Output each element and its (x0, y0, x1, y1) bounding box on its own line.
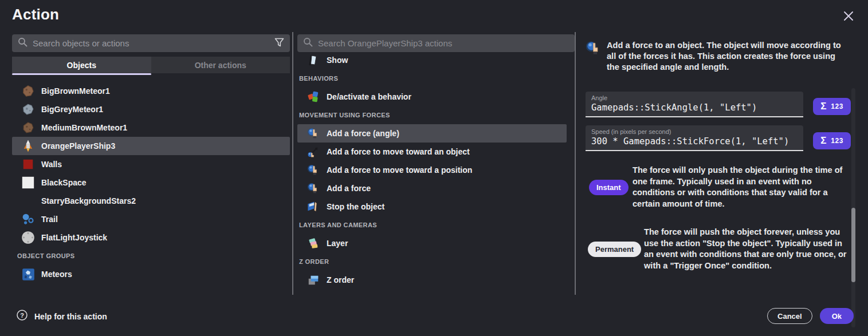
object-label: FlatLightJoystick (41, 233, 107, 242)
sigma-icon: Σ (820, 101, 826, 112)
filter-icon[interactable] (274, 38, 284, 49)
section-header: Z ORDER (297, 252, 575, 271)
action-description-block: Add a force to an object. The object wil… (586, 40, 850, 73)
add-force-icon (586, 40, 602, 56)
action-label: Add a force to move toward a position (327, 165, 472, 175)
list-item[interactable]: Walls (12, 155, 290, 173)
action-label: Add a force (angle) (327, 129, 399, 138)
object-label: BigBrownMeteor1 (41, 86, 110, 96)
ok-button[interactable]: Ok (820, 308, 854, 324)
angle-expression-button[interactable]: Σ 123 (813, 98, 851, 115)
action-item[interactable]: Layer (297, 234, 567, 252)
z-order-icon (307, 273, 320, 287)
objects-list: BigBrownMeteor1 BigGreyMeteor1 MediumBro… (12, 82, 290, 283)
panel-divider-left (292, 32, 293, 295)
action-item[interactable]: Z order (297, 271, 567, 289)
angle-field-value[interactable]: Gamepads::StickAngle(1, "Left") (591, 102, 798, 113)
page-title: Action (12, 6, 59, 23)
red-square-icon (21, 157, 35, 171)
object-label: Trail (41, 215, 58, 224)
search-icon (303, 37, 313, 49)
actions-panel: Show BEHAVIORS De/activate a behavior MO… (297, 34, 575, 289)
tab-other-actions[interactable]: Other actions (151, 57, 290, 73)
list-item-selected[interactable]: OrangePlayerShip3 (12, 137, 290, 155)
meteor-brown-icon (21, 84, 35, 98)
action-label: Layer (327, 239, 348, 248)
numbers-icon: 123 (831, 137, 843, 145)
action-item-selected[interactable]: Add a force (angle) (297, 124, 567, 143)
object-label: StarryBackgroundStars2 (41, 196, 136, 205)
numbers-icon: 123 (831, 102, 843, 110)
action-label: De/activate a behavior (327, 92, 411, 101)
rocket-icon (21, 139, 35, 153)
list-item-group[interactable]: Meteors (12, 265, 290, 283)
joystick-icon (21, 231, 35, 244)
svg-text:?: ? (20, 312, 24, 319)
list-item[interactable]: BlackSpace (12, 173, 290, 192)
objects-tabs: Objects Other actions (12, 57, 290, 73)
action-label: Add a force to move toward an object (327, 147, 470, 156)
action-item[interactable]: Stop the object (297, 197, 567, 216)
list-item[interactable]: BigBrownMeteor1 (12, 82, 290, 100)
action-label: Show (327, 56, 348, 65)
meteor-grey-icon (21, 102, 35, 116)
action-item[interactable]: Show (297, 51, 567, 69)
object-label: BigGreyMeteor1 (41, 105, 103, 114)
list-item[interactable]: Trail (12, 210, 290, 228)
list-item[interactable]: MediumBrownMeteor1 (12, 118, 290, 137)
actions-search-input[interactable] (318, 38, 569, 48)
section-header: BEHAVIORS (297, 69, 575, 88)
action-item[interactable]: Add a force to move toward an object (297, 143, 567, 161)
help-link[interactable]: ? Help for this action (17, 310, 107, 323)
list-item[interactable]: FlatLightJoystick (12, 228, 290, 247)
section-header: LAYERS AND CAMERAS (297, 216, 575, 234)
object-label: Walls (41, 160, 62, 169)
objects-search-input[interactable] (33, 38, 269, 48)
add-force-icon (307, 181, 320, 195)
action-label: Stop the object (327, 202, 384, 211)
object-label: BlackSpace (41, 178, 87, 187)
speed-field-value[interactable]: 300 * Gamepads::StickForce(1, "Left") (591, 136, 798, 147)
objects-panel: Objects Other actions BigBrownMeteor1 Bi… (12, 34, 290, 283)
objects-search-bar[interactable] (12, 34, 290, 52)
instant-badge: Instant (589, 180, 629, 195)
search-icon (18, 37, 28, 49)
permanent-badge: Permanent (588, 242, 641, 257)
action-label: Z order (327, 275, 354, 284)
speed-expression-button[interactable]: Σ 123 (813, 132, 851, 149)
layers-icon (307, 236, 320, 250)
add-force-icon (307, 163, 320, 177)
action-label: Add a force (327, 184, 371, 193)
help-label: Help for this action (34, 312, 107, 321)
action-item[interactable]: Add a force (297, 179, 567, 197)
white-square-icon (21, 176, 35, 189)
help-icon: ? (17, 310, 28, 323)
speed-field-label: Speed (in pixels per second) (591, 128, 798, 135)
object-label: Meteors (41, 270, 72, 279)
angle-field-label: Angle (591, 94, 798, 101)
action-item[interactable]: Add a force to move toward a position (297, 161, 567, 179)
instant-mode-row: Instant The force will only push the obj… (586, 165, 851, 209)
action-description: Add a force to an object. The object wil… (607, 40, 850, 73)
permanent-mode-row: Permanent The force will push the object… (586, 227, 851, 271)
list-item[interactable]: BigGreyMeteor1 (12, 100, 290, 118)
dark-sprite-icon (21, 194, 35, 208)
cancel-button[interactable]: Cancel (767, 308, 812, 324)
actions-search-bar[interactable] (297, 34, 575, 52)
section-header: MOVEMENT USING FORCES (297, 106, 575, 124)
behavior-icon (307, 90, 320, 104)
angle-field[interactable]: Angle Gamepads::StickAngle(1, "Left") (586, 92, 803, 117)
add-force-icon (307, 127, 320, 140)
action-details-panel: Add a force to an object. The object wil… (586, 0, 855, 336)
object-label: OrangePlayerShip3 (41, 141, 115, 151)
actions-list: Show BEHAVIORS De/activate a behavior MO… (297, 51, 575, 289)
panel-divider-right (575, 32, 576, 295)
force-toward-object-icon (307, 145, 320, 159)
action-item[interactable]: De/activate a behavior (297, 88, 567, 106)
tab-objects[interactable]: Objects (12, 57, 151, 73)
list-item[interactable]: StarryBackgroundStars2 (12, 192, 290, 210)
trail-particles-icon (21, 212, 35, 226)
object-groups-header: OBJECT GROUPS (12, 247, 290, 265)
dialog-buttons: Cancel Ok (767, 308, 854, 324)
speed-field[interactable]: Speed (in pixels per second) 300 * Gamep… (586, 125, 803, 151)
